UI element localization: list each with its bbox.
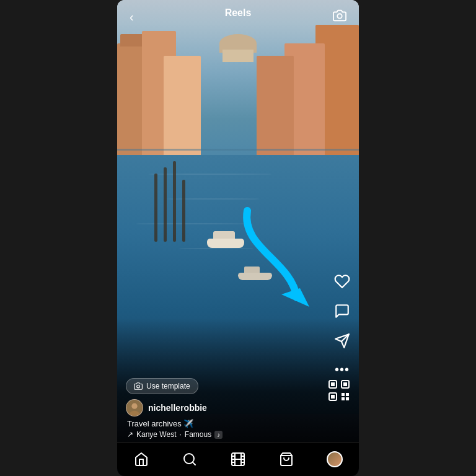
send-icon bbox=[334, 333, 350, 351]
nav-search[interactable] bbox=[174, 447, 205, 472]
music-title: Famous bbox=[185, 430, 211, 439]
page-title: Reels bbox=[225, 7, 252, 19]
svg-marker-0 bbox=[281, 288, 309, 307]
user-row: nichellerobbie bbox=[126, 399, 325, 416]
nav-home[interactable] bbox=[126, 447, 157, 472]
svg-rect-11 bbox=[346, 393, 349, 396]
more-button[interactable]: ••• bbox=[335, 363, 350, 377]
avatar[interactable] bbox=[126, 399, 143, 416]
svg-rect-13 bbox=[346, 397, 349, 400]
music-dot: · bbox=[179, 430, 181, 439]
cyan-arrow bbox=[229, 198, 322, 322]
svg-point-16 bbox=[131, 403, 137, 409]
use-template-label: Use template bbox=[146, 382, 190, 390]
building-l3 bbox=[164, 56, 201, 167]
nav-profile[interactable] bbox=[319, 447, 350, 472]
heart-icon bbox=[334, 273, 350, 292]
reels-icon bbox=[231, 452, 245, 467]
template-camera-icon bbox=[134, 382, 143, 390]
pier-post-3 bbox=[154, 174, 157, 242]
status-bar-left: ‹ bbox=[130, 11, 134, 23]
comment-button[interactable] bbox=[334, 303, 350, 322]
back-button[interactable]: ‹ bbox=[130, 11, 134, 23]
home-icon bbox=[134, 452, 149, 467]
svg-rect-7 bbox=[343, 382, 347, 386]
waterline bbox=[117, 149, 359, 151]
comment-icon bbox=[334, 303, 350, 322]
profile-avatar bbox=[327, 451, 343, 467]
svg-rect-12 bbox=[342, 397, 345, 400]
music-qr-icon[interactable] bbox=[328, 379, 350, 402]
pier-post-1 bbox=[164, 167, 167, 242]
shop-icon bbox=[279, 452, 294, 467]
username[interactable]: nichellerobbie bbox=[148, 403, 207, 413]
like-button[interactable] bbox=[334, 273, 350, 292]
phone-container: ‹ Reels bbox=[117, 0, 359, 476]
svg-rect-5 bbox=[331, 382, 335, 386]
search-icon bbox=[182, 452, 197, 467]
share-button[interactable] bbox=[334, 333, 350, 351]
pier-post-4 bbox=[182, 180, 185, 242]
svg-point-14 bbox=[137, 385, 140, 388]
status-bar-right bbox=[333, 9, 346, 25]
more-icon: ••• bbox=[335, 363, 350, 377]
camera-icon[interactable] bbox=[333, 9, 346, 25]
svg-point-1 bbox=[337, 14, 342, 18]
svg-line-19 bbox=[193, 462, 195, 465]
music-artist: Kanye West bbox=[136, 430, 176, 439]
info-area: Use template nichellerobbie Travel archi… bbox=[126, 378, 325, 439]
bottom-nav bbox=[117, 442, 359, 476]
pier-post-2 bbox=[173, 161, 176, 242]
nav-shop[interactable] bbox=[271, 447, 302, 472]
use-template-button[interactable]: Use template bbox=[126, 378, 198, 394]
caption: Travel archives ✈️ bbox=[127, 419, 325, 428]
water-ripple-1 bbox=[148, 174, 272, 175]
status-bar: ‹ Reels bbox=[117, 0, 359, 27]
svg-rect-10 bbox=[342, 393, 345, 396]
music-arrow-icon: ↗ bbox=[127, 430, 133, 439]
nav-reels[interactable] bbox=[223, 447, 253, 472]
music-badge: ♪ bbox=[214, 431, 223, 439]
action-buttons: ••• bbox=[334, 273, 350, 377]
svg-rect-9 bbox=[331, 395, 335, 399]
music-row[interactable]: ↗ Kanye West · Famous ♪ bbox=[127, 430, 325, 439]
